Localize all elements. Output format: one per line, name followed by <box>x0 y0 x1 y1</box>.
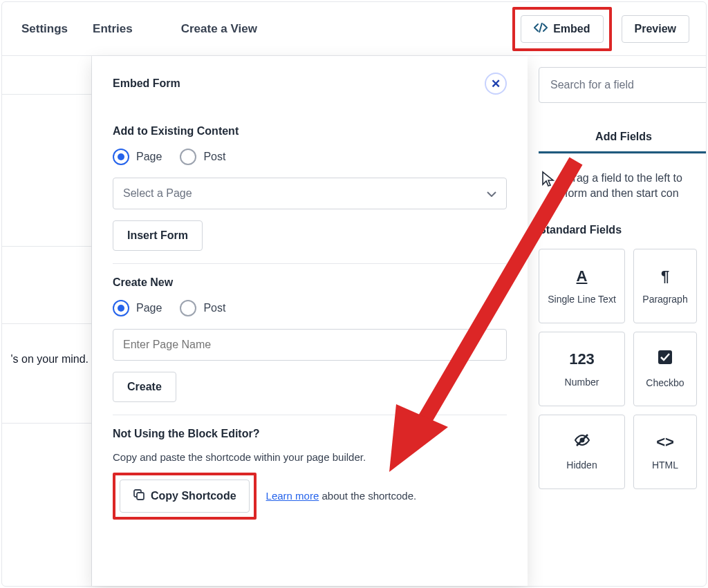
hidden-icon <box>574 433 590 451</box>
copy-shortcode-highlight: Copy Shortcode <box>113 473 257 520</box>
section-add-existing: Add to Existing Content Page Post Select… <box>113 113 507 264</box>
header-bar: Settings Entries Create a View Embed Pre… <box>2 2 706 56</box>
search-field-input[interactable]: Search for a field <box>539 67 706 103</box>
hint-text: Drag a field to the left to form and the… <box>565 171 703 202</box>
select-page-dropdown[interactable]: Select a Page <box>113 178 507 209</box>
field-number[interactable]: 123 Number <box>539 332 625 406</box>
page-name-input[interactable] <box>113 329 507 361</box>
preview-button[interactable]: Preview <box>622 15 689 43</box>
learn-more-link[interactable]: Learn more <box>266 490 319 502</box>
tab-entries[interactable]: Entries <box>90 17 136 41</box>
mind-text: 's on your mind. <box>2 324 91 366</box>
section-create-new: Create New Page Post Create <box>113 264 507 415</box>
create-new-heading: Create New <box>113 276 507 289</box>
radio-post-new[interactable]: Post <box>180 300 225 316</box>
field-hidden[interactable]: Hidden <box>539 415 625 489</box>
modal-title: Embed Form <box>113 77 180 90</box>
paragraph-icon: ¶ <box>661 267 669 285</box>
cursor-icon <box>541 171 555 191</box>
embed-button[interactable]: Embed <box>521 15 603 43</box>
close-icon[interactable]: ✕ <box>485 73 507 95</box>
left-column: 's on your mind. <box>2 56 92 586</box>
create-button[interactable]: Create <box>113 372 176 402</box>
radio-post-existing[interactable]: Post <box>180 149 225 165</box>
number-icon: 123 <box>569 350 595 368</box>
tab-add-fields[interactable]: Add Fields <box>539 122 706 153</box>
html-icon: <> <box>656 433 674 451</box>
text-icon: A <box>577 267 588 285</box>
svg-rect-1 <box>137 493 144 500</box>
code-icon <box>534 23 548 35</box>
field-single-line-text[interactable]: A Single Line Text <box>539 249 625 323</box>
radio-page-existing[interactable]: Page <box>113 149 162 165</box>
shortcode-heading: Not Using the Block Editor? <box>113 428 507 440</box>
right-sidebar: Search for a field Add Fields Drag a fie… <box>528 56 706 586</box>
field-checkbox[interactable]: Checkbo <box>633 332 697 406</box>
embed-button-highlight: Embed <box>512 7 611 51</box>
standard-fields-heading: Standard Fields <box>539 224 706 236</box>
checkbox-icon <box>658 350 673 369</box>
shortcode-subtext: Copy and paste the shortcode within your… <box>113 451 507 463</box>
field-html[interactable]: <> HTML <box>633 415 697 489</box>
copy-shortcode-button[interactable]: Copy Shortcode <box>120 480 250 513</box>
embed-form-modal: Embed Form ✕ Add to Existing Content Pag… <box>92 56 528 586</box>
field-paragraph[interactable]: ¶ Paragraph <box>633 249 697 323</box>
add-existing-heading: Add to Existing Content <box>113 125 507 137</box>
tab-settings[interactable]: Settings <box>19 17 71 41</box>
section-shortcode: Not Using the Block Editor? Copy and pas… <box>113 415 507 520</box>
chevron-down-icon <box>487 188 496 199</box>
tab-create-view[interactable]: Create a View <box>178 17 260 41</box>
about-shortcode-text: about the shortcode. <box>319 490 416 502</box>
radio-page-new[interactable]: Page <box>113 300 162 316</box>
copy-icon <box>133 489 145 504</box>
insert-form-button[interactable]: Insert Form <box>113 220 203 251</box>
